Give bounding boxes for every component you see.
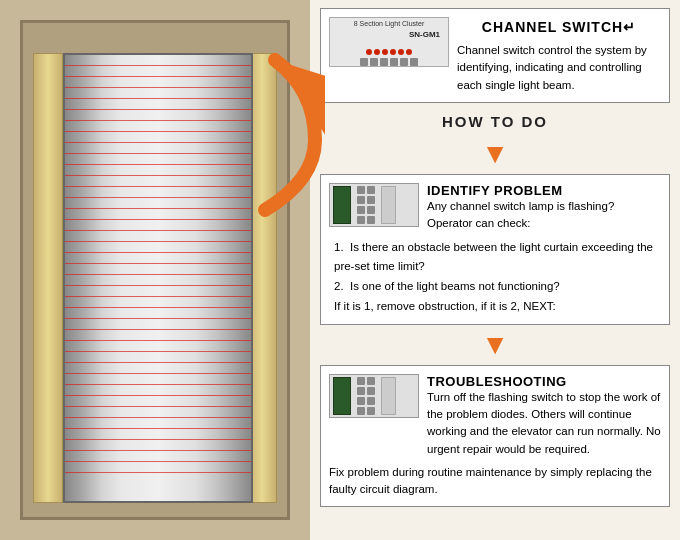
identify-device-image [329,183,419,227]
identify-intro: Any channel switch lamp is flashing? Ope… [427,198,661,233]
troubleshoot-text2: Fix problem during routine maintenance b… [329,464,661,499]
identify-list: 1. Is there an obstacle between the ligh… [334,238,661,316]
device-model: SN-GM1 [409,30,440,39]
channel-switch-title: CHANNEL SWITCH↵ [457,17,661,38]
elevator-side-left [33,53,63,503]
down-arrow-2: ▼ [320,331,670,359]
troubleshoot-green-panel [333,377,351,415]
down-arrow-1: ▼ [320,140,670,168]
device-buttons [357,186,375,224]
identify-item-2: 2. Is one of the light beams not functio… [334,277,661,295]
device-green-panel [333,186,351,224]
identify-title-area: IDENTIFY PROBLEM Any channel switch lamp… [427,183,661,233]
identify-header: IDENTIFY PROBLEM Any channel switch lamp… [329,183,661,233]
troubleshoot-device-image [329,374,419,418]
identify-problem-box: IDENTIFY PROBLEM Any channel switch lamp… [320,174,670,325]
channel-switch-device: 8 Section Light Cluster SN-GM1 [329,17,449,67]
identify-conclusion: If it is 1, remove obstruction, if it is… [334,297,661,315]
channel-switch-text: CHANNEL SWITCH↵ Channel switch control t… [457,17,661,94]
curved-arrow-container [245,50,325,250]
elevator-door [63,53,253,503]
troubleshoot-header: TROUBLESHOOTING Turn off the flashing sw… [329,374,661,458]
troubleshoot-title-area: TROUBLESHOOTING Turn off the flashing sw… [427,374,661,458]
right-panel: 8 Section Light Cluster SN-GM1 [310,0,680,540]
identify-title: IDENTIFY PROBLEM [427,183,661,198]
how-to-do-title: HOW TO DO [320,109,670,134]
device-top-label: 8 Section Light Cluster [354,20,424,27]
identify-item-1: 1. Is there an obstacle between the ligh… [334,238,661,275]
troubleshoot-text1: Turn off the flashing switch to stop the… [427,389,661,458]
troubleshoot-device-buttons [357,377,375,415]
channel-switch-box: 8 Section Light Cluster SN-GM1 [320,8,670,103]
elevator-panel [0,0,310,540]
device-leds [366,49,412,55]
troubleshoot-box: TROUBLESHOOTING Turn off the flashing sw… [320,365,670,508]
beam-lines [65,55,251,501]
channel-switch-description: Channel switch control the system by ide… [457,42,661,94]
troubleshoot-title: TROUBLESHOOTING [427,374,661,389]
